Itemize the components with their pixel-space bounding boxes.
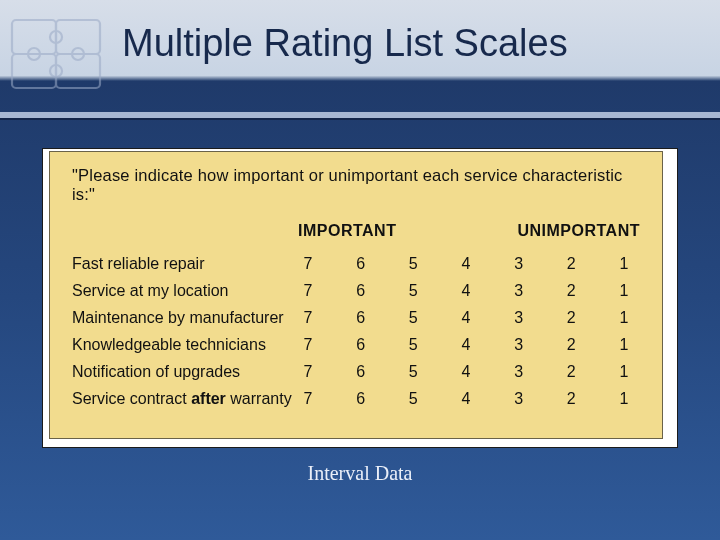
- title-underline: [0, 112, 720, 118]
- rating-row-label: Service contract after warranty: [72, 390, 292, 408]
- rating-value: 5: [403, 255, 423, 273]
- rating-value: 3: [509, 309, 529, 327]
- rating-panel: "Please indicate how important or unimpo…: [42, 148, 678, 448]
- footer: Interval Data: [0, 462, 720, 485]
- scale-header-spacer: [72, 222, 292, 240]
- rating-value: 3: [509, 336, 529, 354]
- rating-value: 6: [351, 363, 371, 381]
- rating-value: 6: [351, 336, 371, 354]
- rating-value: 4: [456, 255, 476, 273]
- rating-value: 7: [298, 363, 318, 381]
- rating-rows: Fast reliable repair7654321Service at my…: [72, 250, 640, 412]
- rating-value: 4: [456, 336, 476, 354]
- rating-row: Service at my location7654321: [72, 277, 640, 304]
- rating-value: 5: [403, 390, 423, 408]
- unimportant-header: UNIMPORTANT: [490, 222, 640, 240]
- rating-value: 4: [456, 363, 476, 381]
- prompt-text: "Please indicate how important or unimpo…: [72, 166, 640, 204]
- rating-value: 2: [561, 390, 581, 408]
- rating-value: 2: [561, 336, 581, 354]
- scale-header-row: IMPORTANT UNIMPORTANT: [72, 222, 640, 240]
- rating-row-label: Knowledgeable technicians: [72, 336, 292, 354]
- rating-value: 2: [561, 255, 581, 273]
- rating-value: 5: [403, 363, 423, 381]
- rating-value: 6: [351, 390, 371, 408]
- rating-row-scale: 7654321: [292, 336, 640, 354]
- rating-value: 5: [403, 282, 423, 300]
- puzzle-decoration-icon: [6, 12, 116, 102]
- rating-value: 1: [614, 336, 634, 354]
- rating-panel-inner: "Please indicate how important or unimpo…: [49, 151, 663, 439]
- rating-value: 1: [614, 282, 634, 300]
- rating-value: 7: [298, 282, 318, 300]
- rating-value: 6: [351, 255, 371, 273]
- important-header: IMPORTANT: [292, 222, 490, 240]
- rating-value: 4: [456, 282, 476, 300]
- rating-row: Service contract after warranty7654321: [72, 385, 640, 412]
- rating-row-scale: 7654321: [292, 363, 640, 381]
- rating-value: 7: [298, 255, 318, 273]
- rating-value: 7: [298, 309, 318, 327]
- rating-value: 3: [509, 363, 529, 381]
- rating-value: 3: [509, 255, 529, 273]
- rating-row-label: Service at my location: [72, 282, 292, 300]
- rating-value: 1: [614, 363, 634, 381]
- rating-value: 5: [403, 309, 423, 327]
- rating-value: 2: [561, 363, 581, 381]
- rating-value: 3: [509, 282, 529, 300]
- rating-row-label: Fast reliable repair: [72, 255, 292, 273]
- rating-row-scale: 7654321: [292, 282, 640, 300]
- rating-value: 5: [403, 336, 423, 354]
- rating-value: 2: [561, 309, 581, 327]
- rating-value: 7: [298, 390, 318, 408]
- rating-value: 1: [614, 390, 634, 408]
- rating-value: 1: [614, 255, 634, 273]
- rating-value: 6: [351, 309, 371, 327]
- rating-row-scale: 7654321: [292, 390, 640, 408]
- rating-value: 7: [298, 336, 318, 354]
- footer-text: Interval Data: [308, 462, 413, 484]
- rating-value: 2: [561, 282, 581, 300]
- rating-row: Notification of upgrades7654321: [72, 358, 640, 385]
- rating-row-scale: 7654321: [292, 255, 640, 273]
- rating-value: 4: [456, 390, 476, 408]
- rating-value: 6: [351, 282, 371, 300]
- rating-value: 4: [456, 309, 476, 327]
- rating-value: 3: [509, 390, 529, 408]
- slide-title: Multiple Rating List Scales: [122, 22, 568, 65]
- rating-row: Knowledgeable technicians7654321: [72, 331, 640, 358]
- rating-row-label: Maintenance by manufacturer: [72, 309, 292, 327]
- rating-row: Fast reliable repair7654321: [72, 250, 640, 277]
- rating-row-label: Notification of upgrades: [72, 363, 292, 381]
- rating-row-scale: 7654321: [292, 309, 640, 327]
- rating-value: 1: [614, 309, 634, 327]
- rating-row: Maintenance by manufacturer7654321: [72, 304, 640, 331]
